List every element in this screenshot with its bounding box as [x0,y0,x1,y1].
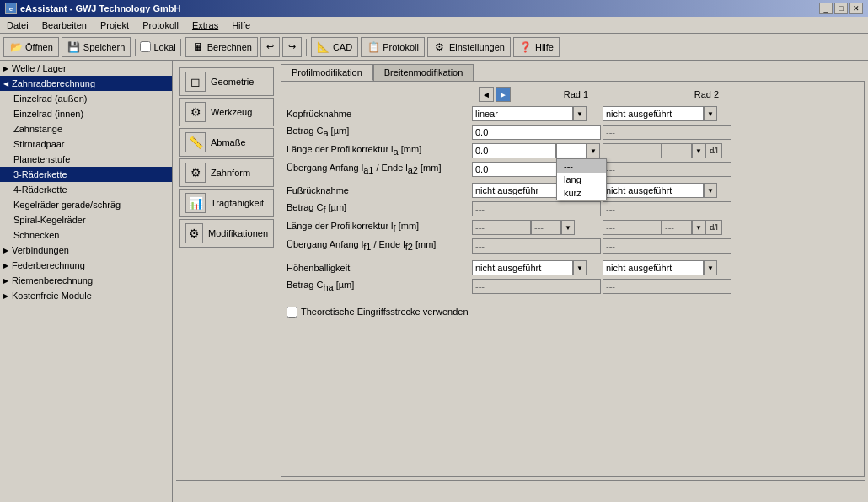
sidebar-item-einzelrad-innen[interactable]: Einzelrad (innen) [0,106,172,121]
option-kurz[interactable]: kurz [557,186,606,200]
open-button[interactable]: 📂 Öffnen [3,37,59,57]
sidebar-item-zahnstange[interactable]: Zahnstange [0,121,172,136]
sidebar-item-kegelrader[interactable]: Kegelräder gerade/schräg [0,197,172,212]
sidebar-item-einzelrad-aussen[interactable]: Einzelrad (außen) [0,91,172,106]
betrag-cf-rad2-input [603,201,731,216]
content-inner: ◻ Geometrie ⚙ Werkzeug 📏 Abmaße ⚙ Zahnfo… [176,64,865,477]
sidebar-group-welle[interactable]: ▶ Welle / Lager [0,61,172,76]
lange-la-rad1-arrow[interactable]: ▼ [587,143,600,158]
menu-hilfe[interactable]: Hilfe [228,19,254,31]
lokal-checkbox[interactable] [140,41,151,52]
protokoll-button[interactable]: 📋 Protokoll [361,37,425,57]
hohenballigkeit-rad2-arrow[interactable]: ▼ [704,260,717,275]
sidebar-group-verbindungen[interactable]: ▶ Verbindungen [0,243,172,258]
menu-bar: Datei Bearbeiten Projekt Protokoll Extra… [0,17,868,34]
geometrie-button[interactable]: ◻ Geometrie [179,67,274,96]
hilfe-button[interactable]: ❓ Hilfe [513,37,560,57]
sidebar-group-riemenberechnung[interactable]: ▶ Riemenberechnung [0,273,172,288]
fussrucknahme-rad2-input[interactable] [603,183,704,198]
werkzeug-button[interactable]: ⚙ Werkzeug [179,98,274,126]
ubergang-lf-controls [472,238,859,254]
ubergang-lf-rad1-input [472,238,601,254]
lange-la-rad2-btn[interactable]: d/l [705,143,722,158]
ubergang-anfang-label: Übergang Anfang la1 / Ende la2 [mm] [287,163,472,175]
lange-lf-controls: ▼ ▼ d/l [472,220,859,235]
next-arrow[interactable]: ► [496,87,511,102]
abmasse-button[interactable]: 📏 Abmaße [179,128,274,157]
lange-la-rad2-arrow[interactable]: ▼ [692,143,705,158]
right-panel: Profilmodifikation Breitenmodifikation ◄… [281,64,865,477]
menu-datei[interactable]: Datei [3,19,32,31]
kopfrucknahme-rad2-dropdown-arrow[interactable]: ▼ [704,106,717,121]
lange-lf-rad2-arrow[interactable]: ▼ [692,220,705,235]
berechnen-button[interactable]: 🖩 Berechnen [185,37,258,57]
theoretical-checkbox-label[interactable]: Theoretische Eingriffsstrecke verwenden [287,307,469,318]
cad-button[interactable]: 📐 CAD [311,37,358,57]
menu-bearbeiten[interactable]: Bearbeiten [39,19,90,31]
hohenballigkeit-rad1-input[interactable] [472,260,573,275]
close-button[interactable]: ✕ [849,3,863,14]
lange-la-dropdown-popup: --- lang kurz [556,158,607,200]
redo-button[interactable]: ↪ [282,37,302,57]
tragfahigkeit-button[interactable]: 📊 Tragfähigkeit [179,189,274,217]
ubergang-lf-label: Übergang Anfang lf1 / Ende lf2 [mm] [287,239,472,252]
sidebar-group-federberechnung[interactable]: ▶ Federberechnung [0,258,172,273]
betrag-cha-rad1-input [472,279,601,294]
lange-la-rad1-dropdown-input[interactable] [556,143,587,158]
title-bar: e eAssistant - GWJ Technology GmbH _ □ ✕ [0,0,868,17]
verbindungen-triangle: ▶ [3,247,8,254]
sidebar-item-schnecken[interactable]: Schnecken [0,227,172,243]
theoretical-checkbox[interactable] [287,307,297,318]
option-lang[interactable]: lang [557,173,606,186]
lange-la-rad1-input[interactable] [472,143,556,158]
einstellungen-button[interactable]: ⚙ Einstellungen [427,37,511,57]
theoretical-checkbox-text: Theoretische Eingriffsstrecke verwenden [301,307,469,317]
separator-1 [135,39,136,56]
sidebar-item-3-raderkette[interactable]: 3-Räderkette [0,167,172,182]
abmasse-icon: 📏 [185,132,206,152]
sidebar-item-planetenstufe[interactable]: Planetenstufe [0,152,172,167]
sidebar-item-spiral-kegelrader[interactable]: Spiral-Kegelräder [0,212,172,227]
sidebar-item-4-raderkette[interactable]: 4-Räderkette [0,182,172,197]
betrag-cf-rad1-input [472,201,601,216]
hohenballigkeit-controls: ▼ ▼ [472,260,859,275]
sidebar-group-zahnrad[interactable]: ◀ Zahnradberechnung [0,76,172,91]
option-dashes[interactable]: --- [557,159,606,173]
undo-button[interactable]: ↩ [260,37,280,57]
zahnform-button[interactable]: ⚙ Zahnform [179,158,274,187]
betrag-ca-rad1-input[interactable] [472,125,601,140]
lange-lf-rad2-btn[interactable]: d/l [705,220,722,235]
welle-label: Welle / Lager [12,63,67,73]
hohenballigkeit-rad1-arrow[interactable]: ▼ [573,260,587,275]
modifikationen-button[interactable]: ⚙ Modifikationen [179,219,274,248]
kostenfreie-triangle: ▶ [3,292,8,300]
tabs: Profilmodifikation Breitenmodifikation [281,64,865,81]
betrag-cha-controls [472,279,859,294]
separator-2 [180,39,181,56]
kopfrucknahme-rad1-dropdown-arrow[interactable]: ▼ [573,106,587,121]
menu-projekt[interactable]: Projekt [97,19,132,31]
tab-breitenmodifikation[interactable]: Breitenmodifikation [373,64,474,81]
menu-protokoll[interactable]: Protokoll [139,19,182,31]
kopfrucknahme-rad2-input[interactable] [603,106,704,121]
betrag-cha-row: Betrag Cha [µm] [287,278,859,295]
tab-profilmodifikation[interactable]: Profilmodifikation [281,64,373,81]
hilfe-icon: ❓ [519,40,533,54]
menu-extras[interactable]: Extras [189,19,222,31]
fussrucknahme-rad2-arrow[interactable]: ▼ [704,183,717,198]
hohenballigkeit-label: Höhenballigkeit [287,263,472,273]
lokal-checkbox-label[interactable]: Lokal [140,41,175,52]
sidebar-group-kostenfreie[interactable]: ▶ Kostenfreie Module [0,288,172,303]
hohenballigkeit-rad2-input[interactable] [603,260,704,275]
prev-arrow[interactable]: ◄ [479,87,494,102]
save-button[interactable]: 💾 Speichern [62,37,131,57]
maximize-button[interactable]: □ [834,3,848,14]
sidebar-item-stirnradpaar[interactable]: Stirnradpaar [0,136,172,152]
rad1-header: Rad 1 [511,89,641,99]
lange-lf-rad1-arrow[interactable]: ▼ [561,220,575,235]
bottom-bar [176,480,865,499]
zahnform-icon: ⚙ [185,163,206,183]
minimize-button[interactable]: _ [819,3,833,14]
kopfrucknahme-rad1-input[interactable] [472,106,573,121]
riemen-label: Riemenberechnung [12,275,93,286]
